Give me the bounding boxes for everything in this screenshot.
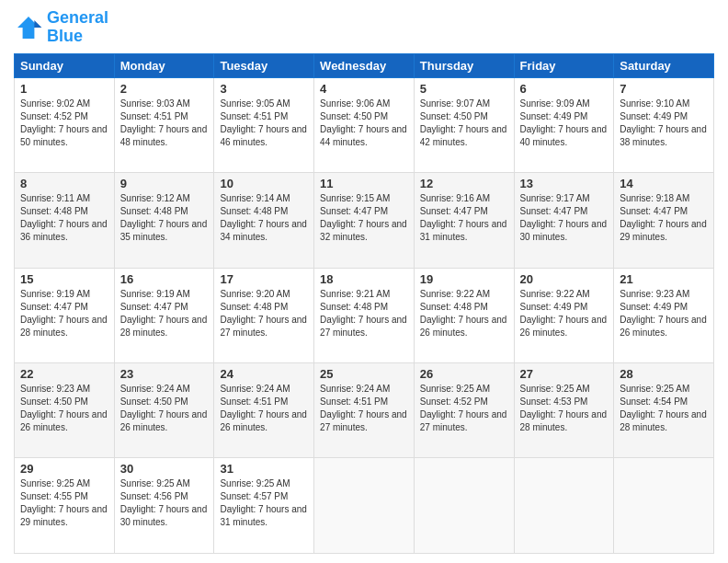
calendar-cell: 22 Sunrise: 9:23 AM Sunset: 4:50 PM Dayl… (15, 363, 115, 458)
logo-text: General Blue (47, 9, 108, 46)
day-info: Sunrise: 9:03 AM Sunset: 4:51 PM Dayligh… (120, 98, 209, 149)
day-info: Sunrise: 9:18 AM Sunset: 4:47 PM Dayligh… (620, 192, 708, 244)
day-info: Sunrise: 9:24 AM Sunset: 4:51 PM Dayligh… (320, 383, 408, 434)
calendar-cell: 25 Sunrise: 9:24 AM Sunset: 4:51 PM Dayl… (314, 363, 415, 458)
day-number: 12 (420, 177, 508, 190)
calendar-cell: 6 Sunrise: 9:09 AM Sunset: 4:49 PM Dayli… (514, 77, 614, 172)
day-info: Sunrise: 9:22 AM Sunset: 4:48 PM Dayligh… (420, 288, 508, 339)
day-number: 17 (220, 272, 308, 286)
day-info: Sunrise: 9:17 AM Sunset: 4:47 PM Dayligh… (520, 192, 609, 244)
page: General Blue SundayMondayTuesdayWednesda… (0, 0, 728, 563)
day-info: Sunrise: 9:19 AM Sunset: 4:47 PM Dayligh… (20, 288, 108, 339)
calendar-cell: 14 Sunrise: 9:18 AM Sunset: 4:47 PM Dayl… (614, 173, 714, 268)
calendar-cell: 5 Sunrise: 9:07 AM Sunset: 4:50 PM Dayli… (414, 77, 514, 172)
calendar-cell: 13 Sunrise: 9:17 AM Sunset: 4:47 PM Dayl… (514, 173, 614, 268)
day-info: Sunrise: 9:12 AM Sunset: 4:48 PM Dayligh… (120, 192, 209, 244)
calendar-week-2: 8 Sunrise: 9:11 AM Sunset: 4:48 PM Dayli… (15, 173, 714, 268)
calendar-cell: 1 Sunrise: 9:02 AM Sunset: 4:52 PM Dayli… (15, 77, 115, 172)
day-number: 30 (120, 462, 209, 476)
calendar-week-5: 29 Sunrise: 9:25 AM Sunset: 4:55 PM Dayl… (15, 458, 714, 554)
calendar-cell: 23 Sunrise: 9:24 AM Sunset: 4:50 PM Dayl… (114, 363, 214, 458)
day-info: Sunrise: 9:25 AM Sunset: 4:54 PM Dayligh… (620, 383, 708, 434)
calendar-cell: 16 Sunrise: 9:19 AM Sunset: 4:47 PM Dayl… (114, 268, 214, 362)
day-info: Sunrise: 9:16 AM Sunset: 4:47 PM Dayligh… (420, 192, 508, 244)
day-info: Sunrise: 9:02 AM Sunset: 4:52 PM Dayligh… (20, 98, 108, 149)
day-info: Sunrise: 9:20 AM Sunset: 4:48 PM Dayligh… (220, 288, 308, 339)
day-info: Sunrise: 9:24 AM Sunset: 4:51 PM Dayligh… (220, 383, 308, 434)
day-number: 9 (120, 177, 209, 190)
calendar-cell: 3 Sunrise: 9:05 AM Sunset: 4:51 PM Dayli… (214, 77, 314, 172)
day-number: 13 (520, 177, 609, 190)
day-info: Sunrise: 9:14 AM Sunset: 4:48 PM Dayligh… (220, 192, 308, 244)
calendar-week-3: 15 Sunrise: 9:19 AM Sunset: 4:47 PM Dayl… (15, 268, 714, 362)
day-number: 18 (320, 272, 408, 286)
calendar-header-wednesday: Wednesday (314, 53, 415, 77)
day-number: 27 (520, 367, 609, 381)
calendar-week-4: 22 Sunrise: 9:23 AM Sunset: 4:50 PM Dayl… (15, 363, 714, 458)
day-number: 11 (320, 177, 408, 190)
day-info: Sunrise: 9:25 AM Sunset: 4:56 PM Dayligh… (120, 477, 209, 529)
calendar-cell: 29 Sunrise: 9:25 AM Sunset: 4:55 PM Dayl… (15, 458, 115, 554)
day-number: 29 (20, 462, 108, 476)
calendar-cell: 18 Sunrise: 9:21 AM Sunset: 4:48 PM Dayl… (314, 268, 415, 362)
calendar-cell: 19 Sunrise: 9:22 AM Sunset: 4:48 PM Dayl… (414, 268, 514, 362)
day-number: 15 (20, 272, 108, 286)
calendar-cell: 15 Sunrise: 9:19 AM Sunset: 4:47 PM Dayl… (15, 268, 115, 362)
day-number: 25 (320, 367, 408, 381)
day-number: 23 (120, 367, 209, 381)
day-info: Sunrise: 9:07 AM Sunset: 4:50 PM Dayligh… (420, 98, 508, 149)
calendar-header-monday: Monday (114, 53, 214, 77)
day-info: Sunrise: 9:22 AM Sunset: 4:49 PM Dayligh… (520, 288, 609, 339)
day-info: Sunrise: 9:11 AM Sunset: 4:48 PM Dayligh… (20, 192, 108, 244)
day-info: Sunrise: 9:25 AM Sunset: 4:55 PM Dayligh… (20, 477, 108, 529)
day-info: Sunrise: 9:15 AM Sunset: 4:47 PM Dayligh… (320, 192, 408, 244)
logo-icon (14, 13, 43, 42)
day-info: Sunrise: 9:24 AM Sunset: 4:50 PM Dayligh… (120, 383, 209, 434)
day-number: 5 (420, 82, 508, 96)
day-number: 8 (20, 177, 108, 190)
calendar-cell: 31 Sunrise: 9:25 AM Sunset: 4:57 PM Dayl… (214, 458, 314, 554)
calendar-cell: 2 Sunrise: 9:03 AM Sunset: 4:51 PM Dayli… (114, 77, 214, 172)
day-number: 16 (120, 272, 209, 286)
day-number: 31 (220, 462, 308, 476)
day-number: 28 (620, 367, 708, 381)
calendar-cell: 17 Sunrise: 9:20 AM Sunset: 4:48 PM Dayl… (214, 268, 314, 362)
calendar-cell: 24 Sunrise: 9:24 AM Sunset: 4:51 PM Dayl… (214, 363, 314, 458)
day-number: 22 (20, 367, 108, 381)
calendar-cell (614, 458, 714, 554)
day-info: Sunrise: 9:09 AM Sunset: 4:49 PM Dayligh… (520, 98, 609, 149)
day-info: Sunrise: 9:10 AM Sunset: 4:49 PM Dayligh… (620, 98, 708, 149)
day-info: Sunrise: 9:21 AM Sunset: 4:48 PM Dayligh… (320, 288, 408, 339)
calendar-cell: 27 Sunrise: 9:25 AM Sunset: 4:53 PM Dayl… (514, 363, 614, 458)
svg-marker-1 (34, 20, 41, 28)
day-number: 10 (220, 177, 308, 190)
calendar-header-tuesday: Tuesday (214, 53, 314, 77)
calendar-cell (514, 458, 614, 554)
calendar-cell: 21 Sunrise: 9:23 AM Sunset: 4:49 PM Dayl… (614, 268, 714, 362)
day-number: 4 (320, 82, 408, 96)
calendar-cell: 7 Sunrise: 9:10 AM Sunset: 4:49 PM Dayli… (614, 77, 714, 172)
calendar-cell: 11 Sunrise: 9:15 AM Sunset: 4:47 PM Dayl… (314, 173, 415, 268)
calendar-cell: 20 Sunrise: 9:22 AM Sunset: 4:49 PM Dayl… (514, 268, 614, 362)
calendar-cell: 12 Sunrise: 9:16 AM Sunset: 4:47 PM Dayl… (414, 173, 514, 268)
day-info: Sunrise: 9:25 AM Sunset: 4:53 PM Dayligh… (520, 383, 609, 434)
day-number: 6 (520, 82, 609, 96)
calendar-table: SundayMondayTuesdayWednesdayThursdayFrid… (14, 53, 714, 554)
calendar-cell: 26 Sunrise: 9:25 AM Sunset: 4:52 PM Dayl… (414, 363, 514, 458)
day-info: Sunrise: 9:05 AM Sunset: 4:51 PM Dayligh… (220, 98, 308, 149)
day-number: 2 (120, 82, 209, 96)
day-number: 21 (620, 272, 708, 286)
calendar-week-1: 1 Sunrise: 9:02 AM Sunset: 4:52 PM Dayli… (15, 77, 714, 172)
calendar-cell: 28 Sunrise: 9:25 AM Sunset: 4:54 PM Dayl… (614, 363, 714, 458)
calendar-cell (414, 458, 514, 554)
calendar-cell: 10 Sunrise: 9:14 AM Sunset: 4:48 PM Dayl… (214, 173, 314, 268)
header: General Blue (14, 9, 714, 46)
day-info: Sunrise: 9:06 AM Sunset: 4:50 PM Dayligh… (320, 98, 408, 149)
calendar-header-thursday: Thursday (414, 53, 514, 77)
calendar-cell: 8 Sunrise: 9:11 AM Sunset: 4:48 PM Dayli… (15, 173, 115, 268)
day-info: Sunrise: 9:19 AM Sunset: 4:47 PM Dayligh… (120, 288, 209, 339)
day-number: 14 (620, 177, 708, 190)
day-number: 26 (420, 367, 508, 381)
calendar-header-friday: Friday (514, 53, 614, 77)
day-info: Sunrise: 9:23 AM Sunset: 4:50 PM Dayligh… (20, 383, 108, 434)
